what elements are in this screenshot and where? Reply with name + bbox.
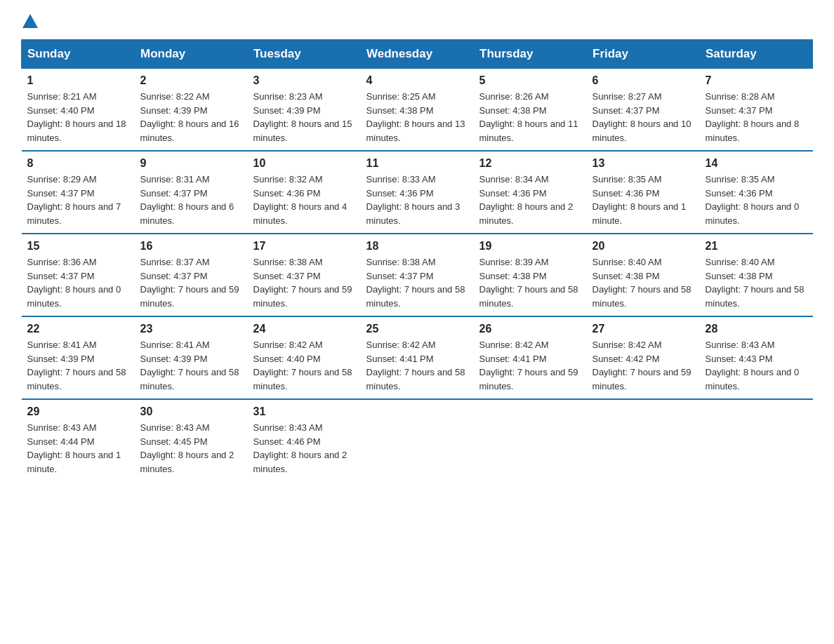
calendar-day: 9 Sunrise: 8:31 AMSunset: 4:37 PMDayligh… [135,151,248,234]
calendar-table: SundayMondayTuesdayWednesdayThursdayFrid… [21,39,813,481]
day-header-friday: Friday [587,40,700,69]
calendar-day: 26 Sunrise: 8:42 AMSunset: 4:41 PMDaylig… [474,316,587,399]
day-header-thursday: Thursday [474,40,587,69]
day-info: Sunrise: 8:37 AMSunset: 4:37 PMDaylight:… [140,257,239,309]
day-info: Sunrise: 8:43 AMSunset: 4:44 PMDaylight:… [27,422,121,474]
calendar-day: 27 Sunrise: 8:42 AMSunset: 4:42 PMDaylig… [587,316,700,399]
day-number: 21 [706,240,807,253]
calendar-day: 25 Sunrise: 8:42 AMSunset: 4:41 PMDaylig… [361,316,474,399]
day-info: Sunrise: 8:26 AMSunset: 4:38 PMDaylight:… [479,91,578,143]
day-number: 14 [706,157,807,170]
calendar-day: 24 Sunrise: 8:42 AMSunset: 4:40 PMDaylig… [248,316,361,399]
calendar-day: 10 Sunrise: 8:32 AMSunset: 4:36 PMDaylig… [248,151,361,234]
day-number: 16 [140,240,242,253]
calendar-day: 22 Sunrise: 8:41 AMSunset: 4:39 PMDaylig… [22,316,135,399]
calendar-day: 19 Sunrise: 8:39 AMSunset: 4:38 PMDaylig… [474,234,587,316]
day-number: 20 [593,240,694,253]
calendar-day: 13 Sunrise: 8:35 AMSunset: 4:36 PMDaylig… [587,151,700,234]
day-number: 15 [27,240,129,253]
logo-triangle-icon [22,14,38,28]
day-number: 2 [140,74,242,87]
day-number: 4 [366,74,468,87]
calendar-day: 3 Sunrise: 8:23 AMSunset: 4:39 PMDayligh… [248,69,361,152]
calendar-day [361,399,474,481]
day-info: Sunrise: 8:40 AMSunset: 4:38 PMDaylight:… [706,257,805,309]
day-number: 17 [253,240,355,253]
day-number: 12 [479,157,581,170]
calendar-day: 20 Sunrise: 8:40 AMSunset: 4:38 PMDaylig… [587,234,700,316]
calendar-day: 23 Sunrise: 8:41 AMSunset: 4:39 PMDaylig… [135,316,248,399]
day-info: Sunrise: 8:31 AMSunset: 4:37 PMDaylight:… [140,174,234,226]
day-info: Sunrise: 8:42 AMSunset: 4:41 PMDaylight:… [479,340,578,391]
day-info: Sunrise: 8:43 AMSunset: 4:46 PMDaylight:… [253,422,348,474]
day-info: Sunrise: 8:42 AMSunset: 4:40 PMDaylight:… [253,340,352,391]
logo [21,14,38,28]
day-info: Sunrise: 8:36 AMSunset: 4:37 PMDaylight:… [27,257,121,309]
day-info: Sunrise: 8:25 AMSunset: 4:38 PMDaylight:… [366,91,465,143]
calendar-day: 5 Sunrise: 8:26 AMSunset: 4:38 PMDayligh… [474,69,587,152]
calendar-day: 17 Sunrise: 8:38 AMSunset: 4:37 PMDaylig… [248,234,361,316]
calendar-day: 1 Sunrise: 8:21 AMSunset: 4:40 PMDayligh… [22,69,135,152]
day-number: 3 [253,74,355,87]
day-info: Sunrise: 8:27 AMSunset: 4:37 PMDaylight:… [593,91,691,143]
calendar-day: 8 Sunrise: 8:29 AMSunset: 4:37 PMDayligh… [22,151,135,234]
day-info: Sunrise: 8:21 AMSunset: 4:40 PMDaylight:… [27,91,126,143]
calendar-day: 14 Sunrise: 8:35 AMSunset: 4:36 PMDaylig… [700,151,813,234]
calendar-day: 16 Sunrise: 8:37 AMSunset: 4:37 PMDaylig… [135,234,248,316]
day-number: 10 [253,157,355,170]
calendar-day: 4 Sunrise: 8:25 AMSunset: 4:38 PMDayligh… [361,69,474,152]
calendar-day: 30 Sunrise: 8:43 AMSunset: 4:45 PMDaylig… [135,399,248,481]
day-number: 8 [27,157,129,170]
day-number: 6 [593,74,694,87]
day-info: Sunrise: 8:33 AMSunset: 4:36 PMDaylight:… [366,174,461,226]
calendar-day: 18 Sunrise: 8:38 AMSunset: 4:37 PMDaylig… [361,234,474,316]
calendar-day: 11 Sunrise: 8:33 AMSunset: 4:36 PMDaylig… [361,151,474,234]
day-header-monday: Monday [135,40,248,69]
day-number: 1 [27,74,129,87]
calendar-week-4: 22 Sunrise: 8:41 AMSunset: 4:39 PMDaylig… [22,316,813,399]
calendar-header: SundayMondayTuesdayWednesdayThursdayFrid… [22,40,813,69]
calendar-day [700,399,813,481]
day-number: 24 [253,323,355,335]
day-header-wednesday: Wednesday [361,40,474,69]
day-info: Sunrise: 8:41 AMSunset: 4:39 PMDaylight:… [27,340,126,391]
calendar-week-3: 15 Sunrise: 8:36 AMSunset: 4:37 PMDaylig… [22,234,813,316]
day-number: 23 [140,323,242,335]
calendar-day: 7 Sunrise: 8:28 AMSunset: 4:37 PMDayligh… [700,69,813,152]
day-info: Sunrise: 8:22 AMSunset: 4:39 PMDaylight:… [140,91,239,143]
calendar-day: 6 Sunrise: 8:27 AMSunset: 4:37 PMDayligh… [587,69,700,152]
day-number: 9 [140,157,242,170]
calendar-day: 12 Sunrise: 8:34 AMSunset: 4:36 PMDaylig… [474,151,587,234]
day-info: Sunrise: 8:42 AMSunset: 4:42 PMDaylight:… [593,340,691,391]
day-info: Sunrise: 8:35 AMSunset: 4:36 PMDaylight:… [593,174,687,226]
day-info: Sunrise: 8:38 AMSunset: 4:37 PMDaylight:… [253,257,352,309]
day-header-row: SundayMondayTuesdayWednesdayThursdayFrid… [22,40,813,69]
calendar-day [587,399,700,481]
calendar-week-2: 8 Sunrise: 8:29 AMSunset: 4:37 PMDayligh… [22,151,813,234]
day-number: 25 [366,323,468,335]
calendar-body: 1 Sunrise: 8:21 AMSunset: 4:40 PMDayligh… [22,69,813,482]
calendar-day: 28 Sunrise: 8:43 AMSunset: 4:43 PMDaylig… [700,316,813,399]
day-header-tuesday: Tuesday [248,40,361,69]
day-info: Sunrise: 8:43 AMSunset: 4:45 PMDaylight:… [140,422,234,474]
day-number: 27 [593,323,694,335]
day-info: Sunrise: 8:41 AMSunset: 4:39 PMDaylight:… [140,340,239,391]
day-number: 28 [706,323,807,335]
day-info: Sunrise: 8:38 AMSunset: 4:37 PMDaylight:… [366,257,465,309]
svg-marker-0 [22,14,38,28]
day-info: Sunrise: 8:35 AMSunset: 4:36 PMDaylight:… [706,174,800,226]
day-info: Sunrise: 8:32 AMSunset: 4:36 PMDaylight:… [253,174,348,226]
day-number: 31 [253,405,355,418]
day-number: 13 [593,157,694,170]
day-info: Sunrise: 8:29 AMSunset: 4:37 PMDaylight:… [27,174,121,226]
day-header-sunday: Sunday [22,40,135,69]
logo-blue-part [22,14,38,28]
day-number: 5 [479,74,581,87]
day-number: 29 [27,405,129,418]
day-number: 11 [366,157,468,170]
calendar-week-1: 1 Sunrise: 8:21 AMSunset: 4:40 PMDayligh… [22,69,813,152]
calendar-day [474,399,587,481]
calendar-day: 15 Sunrise: 8:36 AMSunset: 4:37 PMDaylig… [22,234,135,316]
day-info: Sunrise: 8:40 AMSunset: 4:38 PMDaylight:… [593,257,691,309]
day-number: 7 [706,74,807,87]
